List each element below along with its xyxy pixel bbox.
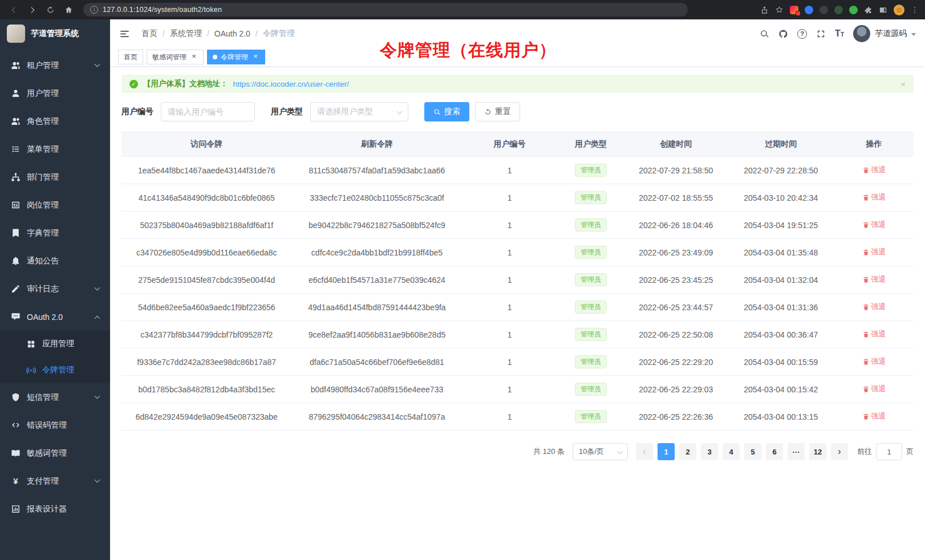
- tab-close-icon[interactable]: ×: [190, 53, 198, 61]
- force-logout-button[interactable]: 强退: [862, 220, 886, 230]
- chevron-down-icon: [618, 449, 623, 455]
- sidebar-item-label: 应用管理: [42, 339, 74, 349]
- page-button-1[interactable]: 1: [658, 443, 675, 460]
- user-menu[interactable]: 芋道源码: [853, 25, 916, 42]
- prev-page-button[interactable]: ‹: [636, 443, 653, 460]
- alert-close-icon[interactable]: ×: [900, 79, 906, 89]
- page-button-12[interactable]: 12: [809, 443, 826, 460]
- sidebar-item-9[interactable]: OAuth 2.0: [0, 303, 110, 331]
- extension-icon[interactable]: [849, 6, 858, 14]
- column-header: 访问令牌: [121, 132, 292, 157]
- browser-profile-avatar[interactable]: ☺: [894, 5, 904, 15]
- user-id-input[interactable]: [161, 102, 255, 121]
- report-icon: [11, 504, 21, 514]
- doc-link[interactable]: https://doc.iocoder.cn/user-center/: [233, 80, 349, 88]
- sidebar-item-5[interactable]: 岗位管理: [0, 191, 110, 219]
- tab-0[interactable]: 首页: [118, 50, 143, 64]
- extension-badge: [796, 11, 801, 16]
- sidebar-item-8[interactable]: 审计日志: [0, 275, 110, 303]
- sidebar-item-10[interactable]: 短信管理: [0, 383, 110, 411]
- browser-forward-button[interactable]: [24, 2, 40, 17]
- pager-more-button[interactable]: ···: [788, 443, 805, 460]
- extension-icon[interactable]: [790, 6, 798, 14]
- reset-button[interactable]: 重置: [475, 102, 520, 121]
- force-logout-button[interactable]: 强退: [862, 356, 886, 367]
- force-logout-button[interactable]: 强退: [862, 329, 886, 339]
- force-logout-button[interactable]: 强退: [862, 274, 886, 285]
- tree-icon: [11, 172, 21, 182]
- force-logout-button[interactable]: 强退: [862, 302, 886, 312]
- table-row: b0d1785bc3a8482f812db4a3f3bd15ecb0df4980…: [121, 376, 914, 403]
- page-button-3[interactable]: 3: [701, 443, 718, 460]
- force-logout-button[interactable]: 强退: [862, 411, 886, 421]
- browser-back-button[interactable]: [6, 2, 22, 17]
- force-logout-button[interactable]: 强退: [862, 384, 886, 394]
- sidebar-subitem-9-0[interactable]: 应用管理: [0, 331, 110, 357]
- cell-action: 强退: [834, 348, 914, 376]
- sidebar-item-4[interactable]: 部门管理: [0, 163, 110, 191]
- force-logout-button[interactable]: 强退: [862, 192, 886, 202]
- fullscreen-icon[interactable]: [816, 29, 826, 39]
- cell-access-token: 275e5de9151045fe87cbdc395e004f4d: [121, 266, 292, 294]
- side-panel-icon[interactable]: [879, 6, 887, 14]
- sidebar-item-13[interactable]: ¥支付管理: [0, 467, 110, 495]
- tab-1[interactable]: 敏感词管理×: [147, 50, 204, 64]
- sidebar-item-7[interactable]: 通知公告: [0, 247, 110, 275]
- page-button-6[interactable]: 6: [766, 443, 783, 460]
- sidebar-item-3[interactable]: 菜单管理: [0, 135, 110, 163]
- force-logout-button[interactable]: 强退: [862, 165, 886, 175]
- extension-icon[interactable]: [819, 6, 828, 14]
- user-icon: [11, 88, 21, 98]
- reset-button-label: 重置: [495, 107, 511, 117]
- breadcrumb-item[interactable]: OAuth 2.0: [214, 29, 250, 38]
- page-button-2[interactable]: 2: [679, 443, 696, 460]
- force-logout-button[interactable]: 强退: [862, 247, 886, 257]
- page-suffix-label: 页: [906, 447, 914, 457]
- page-size-select[interactable]: 10条/页: [573, 443, 628, 460]
- browser-menu-icon[interactable]: ⋮: [911, 5, 919, 14]
- sidebar-collapse-icon[interactable]: [119, 29, 130, 39]
- sidebar-item-0[interactable]: 租户管理: [0, 51, 110, 79]
- yen-icon: ¥: [11, 476, 21, 486]
- browser-home-button[interactable]: [60, 2, 76, 17]
- search-button[interactable]: 搜索: [424, 102, 469, 121]
- next-page-button[interactable]: ›: [831, 443, 848, 460]
- user-type-select[interactable]: 请选择用户类型: [310, 102, 408, 121]
- breadcrumb-item[interactable]: 系统管理: [170, 29, 202, 39]
- extension-icon[interactable]: [805, 6, 813, 14]
- sidebar-item-12[interactable]: 敏感词管理: [0, 439, 110, 467]
- sidebar-subitem-9-1[interactable]: 令牌管理: [0, 357, 110, 383]
- force-logout-label: 强退: [871, 384, 886, 394]
- tab-label: 令牌管理: [221, 52, 248, 62]
- app-logo[interactable]: 芋道管理系统: [0, 19, 110, 48]
- extensions-puzzle-icon[interactable]: [864, 6, 873, 14]
- page-button-4[interactable]: 4: [723, 443, 740, 460]
- extension-icon[interactable]: [834, 6, 843, 14]
- table-row: 41c41346a548490f9dc8b01c6bfe0865333ecfc7…: [121, 184, 914, 212]
- help-icon[interactable]: ?: [797, 29, 807, 39]
- search-icon[interactable]: [760, 29, 769, 39]
- font-size-icon[interactable]: TT: [835, 29, 844, 38]
- sidebar-item-11[interactable]: 错误码管理: [0, 411, 110, 439]
- sidebar-item-2[interactable]: 角色管理: [0, 107, 110, 135]
- sidebar-item-14[interactable]: 报表设计器: [0, 495, 110, 523]
- sidebar-item-label: 部门管理: [27, 172, 59, 182]
- tab-close-icon[interactable]: ×: [251, 53, 259, 61]
- github-icon[interactable]: [778, 29, 788, 39]
- browser-address-bar[interactable]: i 127.0.0.1:1024/system/oauth2/token: [83, 3, 688, 17]
- goto-page-input[interactable]: [876, 443, 902, 460]
- cell-action: 强退: [834, 266, 914, 294]
- bookmark-star-icon[interactable]: [775, 6, 784, 14]
- site-info-icon[interactable]: i: [90, 6, 98, 14]
- breadcrumb-item[interactable]: 首页: [141, 29, 157, 39]
- cell-create-time: 2022-06-25 22:29:20: [624, 348, 728, 376]
- force-logout-label: 强退: [871, 165, 886, 175]
- browser-refresh-button[interactable]: [42, 2, 58, 17]
- sidebar-item-1[interactable]: 用户管理: [0, 79, 110, 107]
- page-button-5[interactable]: 5: [744, 443, 761, 460]
- sidebar-item-6[interactable]: 字典管理: [0, 219, 110, 247]
- tab-label: 首页: [124, 52, 137, 62]
- share-icon[interactable]: [760, 6, 769, 14]
- tab-2[interactable]: 令牌管理×: [207, 50, 265, 64]
- table-row: c342377bf8b344799dcbf7bf095287f29ce8ef2a…: [121, 321, 914, 348]
